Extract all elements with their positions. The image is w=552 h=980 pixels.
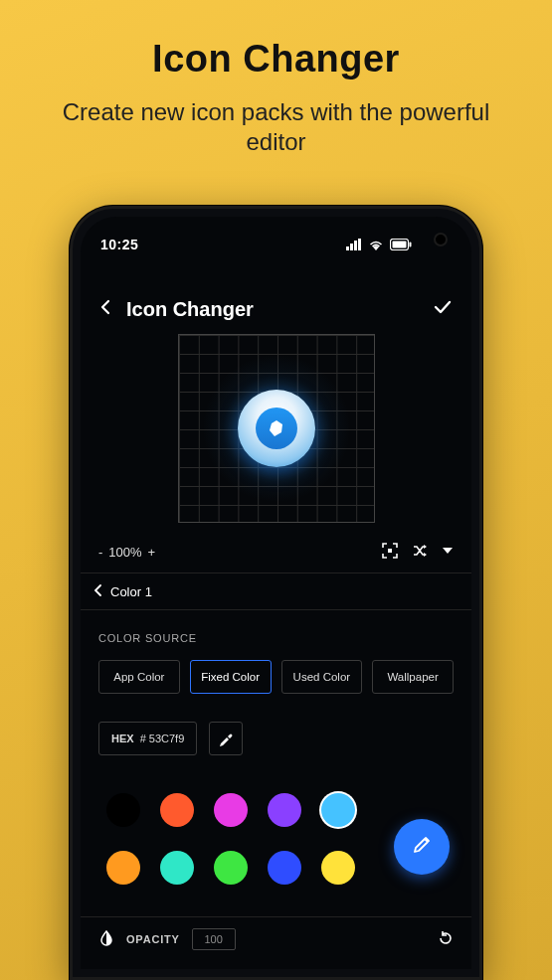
back-icon[interactable] xyxy=(98,299,114,319)
zoom-bar: - 100% + xyxy=(81,537,471,567)
reset-icon[interactable] xyxy=(438,930,454,948)
dropdown-icon[interactable] xyxy=(442,545,454,560)
promo-subtitle: Create new icon packs with the powerful … xyxy=(60,97,492,157)
color-swatch[interactable] xyxy=(268,851,301,885)
source-option-wallpaper[interactable]: Wallpaper xyxy=(372,660,454,694)
color-source-label: COLOR SOURCE xyxy=(98,632,197,644)
svg-rect-3 xyxy=(358,239,361,250)
clock: 10:25 xyxy=(100,237,138,252)
app-bar: Icon Changer xyxy=(81,284,471,334)
color-swatch[interactable] xyxy=(268,793,301,827)
color-source-options: App Color Fixed Color Used Color Wallpap… xyxy=(98,660,454,694)
color-swatch[interactable] xyxy=(160,851,194,885)
promo-title: Icon Changer xyxy=(0,38,552,81)
hex-label: HEX xyxy=(111,733,134,744)
page-title: Icon Changer xyxy=(126,298,432,321)
screen: 10:25 Icon Changer xyxy=(81,217,471,969)
status-bar: 10:25 xyxy=(100,235,412,254)
color-swatch[interactable] xyxy=(106,851,140,885)
source-option-app-color[interactable]: App Color xyxy=(98,660,180,694)
color-swatch[interactable] xyxy=(160,793,194,827)
opacity-row: OPACITY xyxy=(81,916,471,960)
sub-header[interactable]: Color 1 xyxy=(81,572,471,610)
zoom-out-button[interactable]: - xyxy=(98,545,102,560)
color-swatch-selected[interactable] xyxy=(321,793,355,827)
frame-icon[interactable] xyxy=(382,543,398,562)
svg-rect-7 xyxy=(388,549,392,553)
svg-rect-6 xyxy=(410,243,412,247)
svg-rect-5 xyxy=(393,242,407,248)
color-swatch[interactable] xyxy=(214,793,248,827)
front-camera xyxy=(434,233,448,246)
shuffle-icon[interactable] xyxy=(412,543,428,562)
source-option-fixed-color[interactable]: Fixed Color xyxy=(190,660,272,694)
color-swatch[interactable] xyxy=(214,851,248,885)
confirm-icon[interactable] xyxy=(432,296,454,322)
color-swatch[interactable] xyxy=(321,851,355,885)
icon-inner xyxy=(256,408,297,449)
battery-icon xyxy=(390,239,412,250)
subheader-title: Color 1 xyxy=(110,584,152,599)
hex-value: # 53C7f9 xyxy=(140,733,185,744)
phone-frame: 10:25 Icon Changer xyxy=(70,206,482,980)
svg-rect-2 xyxy=(354,241,357,250)
svg-rect-0 xyxy=(346,246,349,250)
wifi-icon xyxy=(368,239,384,250)
signal-icon xyxy=(346,239,362,250)
chevron-left-icon[interactable] xyxy=(92,584,104,599)
editor-grid xyxy=(178,334,375,523)
opacity-input[interactable] xyxy=(192,928,236,950)
icon-canvas[interactable] xyxy=(81,334,471,533)
source-option-used-color[interactable]: Used Color xyxy=(281,660,363,694)
color-swatch[interactable] xyxy=(106,793,140,827)
edit-fab[interactable] xyxy=(394,819,450,875)
swatch-row-1 xyxy=(106,793,450,827)
opacity-label: OPACITY xyxy=(126,933,180,945)
pencil-icon xyxy=(412,835,432,859)
svg-rect-1 xyxy=(350,244,353,250)
hex-input[interactable]: HEX # 53C7f9 xyxy=(98,722,197,755)
zoom-value: 100% xyxy=(108,545,141,560)
opacity-icon xyxy=(98,930,114,948)
zoom-in-button[interactable]: + xyxy=(148,545,156,560)
eyedropper-button[interactable] xyxy=(209,722,243,755)
icon-preview[interactable] xyxy=(238,390,315,467)
